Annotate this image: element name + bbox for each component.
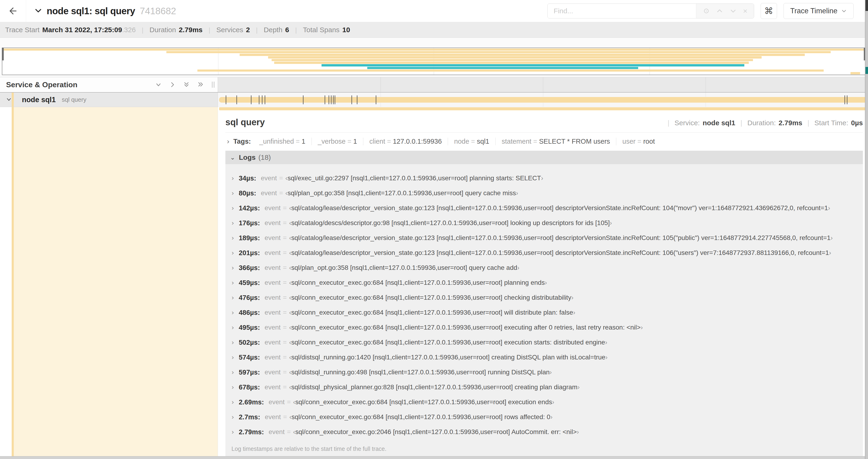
chevron-right-icon[interactable]: › [231,264,234,272]
tag-value: 1 [302,138,305,145]
chevron-down-icon[interactable] [6,96,12,104]
log-equals: = [283,279,287,286]
chevron-right-icon[interactable]: › [231,384,234,391]
log-row[interactable]: › 176µs: event = ‹sql/catalog/descs/desc… [225,216,863,230]
log-row[interactable]: › 486µs: event = ‹sql/conn_executor_exec… [225,305,863,320]
window-scrollbar[interactable] [865,0,868,459]
chevron-right-icon[interactable]: › [231,339,234,346]
page-title: node sql1: sql query [46,6,135,16]
locate-icon[interactable] [703,7,710,14]
tag-equals: = [638,138,642,145]
chevron-right-icon[interactable]: › [227,137,229,145]
minimap-left-scrubber[interactable] [2,48,4,60]
chevron-right-icon[interactable]: › [231,189,234,197]
scrollbar-thumb[interactable] [865,0,868,11]
chevron-down-icon[interactable] [34,6,42,15]
log-field-key: event [269,428,285,436]
expand-one-icon[interactable] [169,81,176,88]
collapse-controls [155,81,204,88]
chevron-down-icon[interactable]: ⌄ [230,154,235,161]
chevron-right-icon[interactable]: › [231,309,234,317]
find-input[interactable] [548,4,696,18]
chevron-right-icon[interactable]: › [231,413,234,421]
expand-all-icon[interactable] [197,81,204,88]
chevron-right-icon[interactable]: › [231,428,234,436]
log-row[interactable]: › 2.7ms: event = ‹sql/conn_executor_exec… [225,409,863,424]
back-button[interactable] [0,0,26,22]
log-marker-tick [265,95,265,104]
log-row[interactable]: › 189µs: event = ‹sql/catalog/lease/desc… [225,230,863,245]
tag-key: _unfinished [259,138,294,145]
log-row[interactable]: › 495µs: event = ‹sql/conn_executor_exec… [225,320,863,335]
log-row[interactable]: › 459µs: event = ‹sql/conn_executor_exec… [225,275,863,290]
chevron-right-icon[interactable]: › [231,249,234,257]
service-color-swatch [12,93,14,107]
log-row[interactable]: › 142µs: event = ‹sql/catalog/lease/desc… [225,201,863,216]
chevron-up-icon[interactable] [716,7,723,14]
log-row[interactable]: › 34µs: event = ‹sql/exec_util.go:2297 [… [225,171,863,186]
meta-label: Start Time: [814,119,848,127]
log-marker-tick [351,95,352,104]
chevron-right-icon[interactable]: › [231,234,234,242]
logs-section: ⌄ Logs (18) › 34µs: event = ‹sql/exec_ut… [225,151,863,459]
log-row[interactable]: › 502µs: event = ‹sql/conn_executor_exec… [225,335,863,350]
clear-icon[interactable]: × [743,7,747,15]
log-row[interactable]: › 80µs: event = ‹sql/plan_opt.go:358 [ns… [225,186,863,201]
chevron-right-icon[interactable]: › [231,219,234,227]
summary-label: Depth [264,26,282,34]
log-timestamp: 34µs: [239,174,256,182]
chevron-right-icon[interactable]: › [231,279,234,287]
log-row[interactable]: › 2.69ms: event = ‹sql/conn_executor_exe… [225,395,863,409]
log-equals: = [283,309,287,316]
tags-row[interactable]: › Tags: _unfinished=1 _verbose=1 client=… [225,133,863,151]
tag-key: _verbose [318,138,346,145]
log-timestamp: 2.79ms: [239,428,264,436]
log-row[interactable]: › 201µs: event = ‹sql/catalog/lease/desc… [225,245,863,260]
chevron-right-icon[interactable]: › [231,204,234,212]
ruler-gridline [706,77,706,92]
log-timestamp: 142µs: [239,204,260,212]
log-message: ‹sql/catalog/lease/descriptor_version_st… [289,204,830,212]
log-row[interactable]: › 366µs: event = ‹sql/plan_opt.go:358 [n… [225,260,863,275]
log-message: ‹sql/catalog/lease/descriptor_version_st… [289,234,833,242]
chevron-down-icon[interactable] [730,7,737,14]
chevron-right-icon[interactable]: › [231,324,234,331]
logs-header[interactable]: ⌄ Logs (18) [225,151,863,164]
log-row[interactable]: › 476µs: event = ‹sql/conn_executor_exec… [225,290,863,305]
log-message: ‹sql/conn_executor_exec.go:684 [nsql1,cl… [289,413,553,421]
log-message: ‹sql/plan_opt.go:358 [nsql1,client=127.0… [285,189,518,197]
span-row[interactable]: node sql1 sql query [0,93,868,107]
span-row-name-cell[interactable]: node sql1 sql query [0,93,218,107]
chevron-right-icon[interactable]: › [231,174,234,182]
log-message: ‹sql/distsql_physical_planner.go:828 [ns… [289,384,580,391]
minimap-tick-labels [2,39,866,47]
log-markers [218,93,868,107]
trace-view-selector-button[interactable]: Trace Timeline [783,3,854,19]
minimap-canvas[interactable] [2,47,866,75]
summary-value: 6 [285,26,289,34]
span-row-timeline-cell[interactable] [218,93,868,107]
log-field-key: event [261,189,277,197]
log-row[interactable]: › 574µs: event = ‹sql/distsql_running.go… [225,350,863,365]
chevron-right-icon[interactable]: › [231,354,234,361]
log-row[interactable]: › 2.79ms: event = ‹sql/conn_executor_exe… [225,424,863,439]
log-row[interactable]: › 678µs: event = ‹sql/distsql_physical_p… [225,380,863,395]
tag-item: _unfinished=1 [253,138,311,145]
chevron-right-icon[interactable]: › [231,398,234,406]
service-operation-title: Service & Operation [6,80,155,89]
column-resize-grip[interactable] [212,81,214,88]
keyboard-shortcuts-button[interactable]: ⌘ [761,3,777,19]
log-equals: = [283,339,287,346]
summary-item: Depth 6 [264,26,289,34]
tag-key: client [369,138,385,145]
log-equals: = [287,398,291,406]
log-row[interactable]: › 597µs: event = ‹sql/distsql_running.go… [225,365,863,380]
collapse-all-icon[interactable] [183,81,190,88]
log-field-key: event [261,174,277,182]
span-operation-title: sql query [225,117,662,127]
chevron-right-icon[interactable]: › [231,368,234,376]
chevron-right-icon[interactable]: › [231,294,234,302]
collapse-one-icon[interactable] [155,81,162,88]
log-timestamp: 495µs: [239,324,260,331]
log-field-key: event [265,249,281,257]
